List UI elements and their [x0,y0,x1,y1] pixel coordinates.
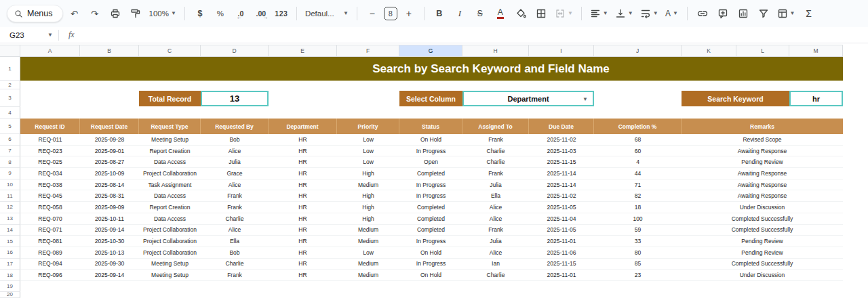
italic-button[interactable]: I [451,5,469,22]
table-cell[interactable]: Project Collaboration [139,168,201,179]
strikethrough-button[interactable]: S [471,5,489,22]
insert-chart-button[interactable] [734,5,752,22]
table-cell[interactable]: REQ-025 [20,156,80,167]
column-header-a[interactable]: A [20,45,80,57]
table-cell[interactable]: Alice [462,247,529,258]
text-rotation-button[interactable]: A ▼ [663,5,681,22]
table-cell[interactable]: Pending Review [682,236,843,247]
table-cell[interactable]: HR [269,168,337,179]
row-header-14[interactable]: 14 [0,225,20,236]
table-cell[interactable]: REQ-096 [20,270,80,280]
table-cell[interactable]: 2025-08-31 [80,190,139,201]
table-cell[interactable]: HR [269,156,337,167]
table-cell[interactable]: Meeting Setup [139,270,201,280]
table-row[interactable]: REQ-0112025-09-28Meeting SetupBobHRLowOn… [20,134,843,146]
table-cell[interactable]: 80 [594,247,682,258]
table-cell[interactable]: 2025-10-30 [80,236,139,247]
row-header-10[interactable]: 10 [0,179,20,191]
table-cell[interactable]: In Progress [399,146,462,156]
table-cell[interactable]: Frank [462,168,529,179]
select-column-dropdown[interactable]: Department ▼ [462,91,594,106]
row-header-18[interactable]: 18 [0,270,20,281]
table-row[interactable]: REQ-0892025-10-13Project CollaborationBo… [20,247,843,259]
table-row[interactable]: REQ-0962025-09-14Meeting SetupFrankHRMed… [20,270,843,281]
fill-color-button[interactable] [512,5,530,22]
table-cell[interactable]: Pending Review [682,247,843,258]
font-select[interactable]: Defaul... ▼ [303,5,351,22]
table-cell[interactable]: Charlie [462,156,529,167]
table-row[interactable]: REQ-0582025-09-09Report CreationFrankHRH… [20,202,843,213]
table-cell[interactable]: Completed [399,225,462,236]
table-cell[interactable]: In Progress [399,236,462,247]
table-cell[interactable]: 60 [594,146,682,156]
table-cell[interactable]: REQ-071 [20,225,80,236]
table-cell[interactable]: HR [269,259,337,270]
column-header-m[interactable]: M [789,45,843,57]
table-cell[interactable]: Report Creation [139,202,201,213]
increase-decimal-button[interactable]: .00→ [252,5,270,22]
search-keyword-input[interactable]: hr [789,91,843,106]
row-header-6[interactable]: 6 [0,134,20,146]
table-cell[interactable]: Completed [399,213,462,224]
table-cell[interactable]: HR [269,236,337,247]
table-cell[interactable]: 2025-09-30 [80,259,139,270]
table-cell[interactable]: 2025-08-27 [80,156,139,167]
table-cell[interactable]: HR [269,146,337,156]
table-cell[interactable]: Charlie [201,213,269,224]
table-cell[interactable]: Ella [201,236,269,247]
horizontal-align-button[interactable]: ▼ [588,5,610,22]
table-cell[interactable]: Charlie [462,270,529,280]
table-cell[interactable]: Low [337,146,399,156]
table-cell[interactable]: 33 [594,236,682,247]
insert-link-button[interactable] [694,5,711,22]
table-cell[interactable]: 2025-11-14 [529,168,594,179]
table-cell[interactable]: On Hold [399,270,462,280]
table-cell[interactable]: Data Access [139,213,201,224]
table-cell[interactable]: HR [269,225,337,236]
table-cell[interactable]: High [337,202,399,213]
table-cell[interactable]: Awaiting Response [682,168,843,179]
table-cell[interactable]: Completed Successfully [682,259,843,270]
select-all-corner[interactable] [0,45,20,57]
undo-button[interactable]: ↶ [66,5,83,22]
table-cell[interactable]: Julia [462,236,529,247]
table-cell[interactable]: Completed Successfully [682,225,843,236]
row-header-7[interactable]: 7 [0,146,20,157]
table-cell[interactable]: Awaiting Response [682,179,843,190]
table-cell[interactable]: Task Assignment [139,179,201,190]
table-cell[interactable]: Awaiting Response [682,190,843,201]
insert-table-button[interactable]: ▼ [775,5,797,22]
table-cell[interactable]: HR [269,179,337,190]
table-cell[interactable]: Project Collaboration [139,225,201,236]
table-cell[interactable]: REQ-058 [20,202,80,213]
table-row[interactable]: REQ-0452025-08-31Data AccessFrankHRHighI… [20,190,843,202]
table-cell[interactable]: Julia [462,179,529,190]
table-cell[interactable]: REQ-023 [20,146,80,156]
table-cell[interactable]: REQ-081 [20,236,80,247]
table-cell[interactable]: On Hold [399,247,462,258]
table-cell[interactable]: 2025-11-01 [529,270,594,280]
table-cell[interactable]: In Progress [399,190,462,201]
redo-button[interactable]: ↷ [86,5,104,22]
row-header-12[interactable]: 12 [0,202,20,213]
table-cell[interactable]: Ella [462,190,529,201]
table-row[interactable]: REQ-0812025-10-30Project CollaborationEl… [20,236,843,247]
table-cell[interactable]: Alice [201,146,269,156]
table-cell[interactable]: Data Access [139,190,201,201]
table-cell[interactable]: 2025-09-01 [80,146,139,156]
table-cell[interactable]: Pending Review [682,156,843,167]
table-cell[interactable]: 2025-09-14 [80,270,139,280]
column-header-b[interactable]: B [80,45,139,57]
table-cell[interactable]: HR [269,134,337,145]
row-header-16[interactable]: 16 [0,247,20,259]
row-header-20[interactable]: 20 [0,292,20,298]
table-cell[interactable]: 2025-11-02 [529,190,594,201]
table-cell[interactable]: HR [269,270,337,280]
table-row[interactable]: REQ-0702025-10-11Data AccessCharlieHRHig… [20,213,843,225]
table-cell[interactable]: Low [337,247,399,258]
table-cell[interactable]: 2025-11-05 [529,225,594,236]
increase-font-size-button[interactable]: + [400,5,418,22]
table-cell[interactable]: 2025-11-15 [529,259,594,270]
table-cell[interactable]: Frank [462,134,529,145]
table-cell[interactable]: Project Collaboration [139,236,201,247]
